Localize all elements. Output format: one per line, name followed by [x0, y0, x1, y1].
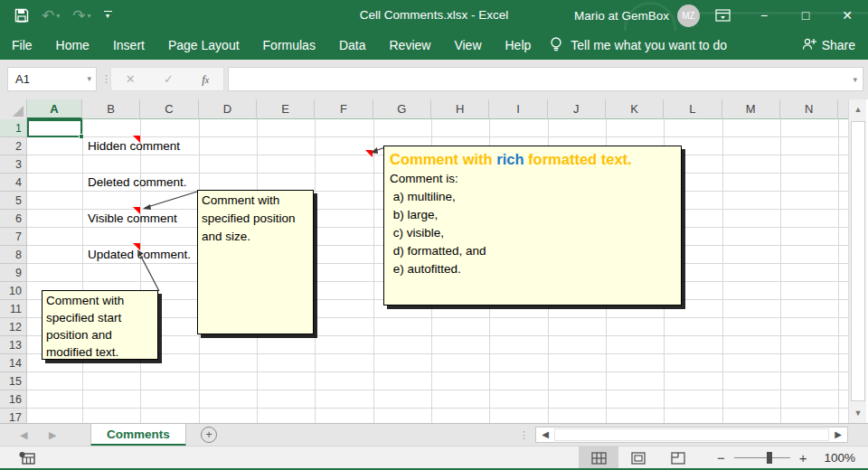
account-button[interactable]: Mario at GemBox MZ [574, 0, 700, 31]
column-header-G[interactable]: G [373, 99, 431, 119]
tab-help[interactable]: Help [494, 31, 543, 60]
row-header-6[interactable]: 6 [0, 210, 27, 228]
zoom-percentage[interactable]: 100% [824, 446, 855, 469]
row-header-4[interactable]: 4 [0, 174, 27, 192]
cancel-icon[interactable]: ✕ [126, 72, 136, 86]
tab-review[interactable]: Review [378, 31, 443, 60]
tell-me-box[interactable]: Tell me what you want to do [550, 31, 727, 60]
cell-B4[interactable]: Deleted comment. [88, 174, 187, 192]
gridline [838, 119, 839, 423]
hscroll-thumb[interactable] [554, 428, 829, 441]
share-button[interactable]: Share [802, 31, 855, 60]
fill-handle[interactable] [79, 134, 84, 139]
name-box[interactable]: A1 ▾ [7, 67, 97, 91]
rich-body-line: c) visible, [390, 224, 675, 242]
tab-view[interactable]: View [442, 31, 493, 60]
gridline [315, 119, 316, 423]
vertical-scrollbar[interactable]: ▲ ▼ [848, 99, 866, 423]
undo-button[interactable]: ↶▾ [42, 8, 60, 24]
column-header-N[interactable]: N [780, 99, 838, 119]
column-header-L[interactable]: L [664, 99, 722, 119]
hscroll-right-icon[interactable]: ▶ [831, 428, 845, 442]
tab-data[interactable]: Data [327, 31, 378, 60]
macro-record-icon[interactable] [16, 450, 38, 465]
column-header-J[interactable]: J [548, 99, 606, 119]
page-break-view-icon[interactable] [658, 446, 698, 469]
add-sheet-icon[interactable]: + [201, 427, 217, 443]
rich-title-segment: formatted text. [524, 151, 632, 167]
tab-resize-dots-icon[interactable]: ⋮ [519, 424, 529, 446]
horizontal-scrollbar[interactable]: ◀ ▶ [535, 427, 848, 443]
page-layout-view-icon[interactable] [618, 446, 658, 469]
row-header-11[interactable]: 11 [0, 300, 27, 318]
cell-B2[interactable]: Hidden comment [88, 137, 180, 155]
row-header-17[interactable]: 17 [0, 409, 27, 423]
tab-insert[interactable]: Insert [101, 31, 156, 60]
comment-start-position[interactable]: Comment with specified start position an… [42, 290, 158, 360]
row-header-5[interactable]: 5 [0, 192, 27, 210]
zoom-slider-thumb[interactable] [767, 452, 772, 464]
ribbon-display-options-icon[interactable] [702, 0, 743, 31]
row-header-14[interactable]: 14 [0, 354, 27, 372]
vscroll-up-icon[interactable]: ▲ [851, 101, 865, 118]
minimize-button[interactable]: − [743, 0, 785, 31]
column-header-H[interactable]: H [431, 99, 489, 119]
window-controls: − □ ✕ [702, 0, 868, 31]
column-header-K[interactable]: K [606, 99, 664, 119]
comment-positioned[interactable]: Comment with specified position and size… [197, 190, 314, 334]
select-all-button[interactable] [0, 99, 27, 119]
column-header-A[interactable]: A [27, 99, 82, 119]
gridline [82, 119, 83, 423]
row-header-16[interactable]: 16 [0, 390, 27, 409]
column-header-B[interactable]: B [82, 99, 140, 119]
insert-function-icon[interactable]: fx [202, 72, 209, 87]
sheet-tab-comments[interactable]: Comments [90, 424, 186, 446]
row-header-3[interactable]: 3 [0, 155, 27, 174]
cell-B6[interactable]: Visible comment [88, 210, 177, 228]
column-header-F[interactable]: F [315, 99, 373, 119]
redo-button[interactable]: ↷▾ [72, 8, 90, 24]
row-header-15[interactable]: 15 [0, 372, 27, 390]
enter-icon[interactable]: ✓ [164, 72, 174, 86]
tab-file[interactable]: File [0, 31, 44, 60]
formula-expand-icon[interactable]: ▾ [853, 75, 857, 84]
close-button[interactable]: ✕ [826, 0, 868, 31]
column-header-E[interactable]: E [257, 99, 315, 119]
row-header-8[interactable]: 8 [0, 246, 27, 264]
next-sheet-icon[interactable]: ▶ [49, 424, 56, 446]
zoom-slider[interactable] [734, 446, 790, 469]
zoom-in-icon[interactable]: + [799, 450, 807, 465]
title-bar: ↶▾ ↷▾ ▾ Cell Comments.xlsx - Excel Mario… [0, 0, 868, 31]
name-box-dropdown-icon[interactable]: ▾ [87, 68, 91, 90]
normal-view-icon[interactable] [579, 446, 618, 469]
avatar[interactable]: MZ [677, 5, 700, 27]
column-header-M[interactable]: M [722, 99, 780, 119]
tab-page-layout[interactable]: Page Layout [156, 31, 251, 60]
vscroll-down-icon[interactable]: ▼ [851, 405, 865, 421]
row-header-12[interactable]: 12 [0, 318, 27, 336]
row-header-1[interactable]: 1 [0, 119, 27, 137]
column-headers: ABCDEFGHIJKLMN [0, 99, 848, 119]
cell-B8[interactable]: Updated comment. [88, 246, 191, 264]
save-icon[interactable] [14, 8, 29, 23]
comment-rich[interactable]: Comment with rich formatted text. Commen… [383, 146, 682, 306]
row-header-13[interactable]: 13 [0, 336, 27, 354]
row-header-9[interactable]: 9 [0, 264, 27, 282]
row-header-10[interactable]: 10 [0, 282, 27, 300]
column-header-C[interactable]: C [140, 99, 198, 119]
zoom-out-icon[interactable]: − [717, 450, 725, 465]
maximize-button[interactable]: □ [785, 0, 826, 31]
row-header-7[interactable]: 7 [0, 228, 27, 246]
prev-sheet-icon[interactable]: ◀ [20, 424, 27, 446]
vscroll-thumb[interactable] [851, 121, 865, 401]
tab-formulas[interactable]: Formulas [251, 31, 327, 60]
hscroll-left-icon[interactable]: ◀ [538, 428, 552, 442]
formula-input[interactable]: ▾ [228, 67, 863, 91]
formula-strip: A1 ▾ ⋮ ✕ ✓ fx ▾ [0, 60, 868, 99]
row-header-2[interactable]: 2 [0, 137, 27, 155]
tab-home[interactable]: Home [44, 31, 101, 60]
column-header-D[interactable]: D [199, 99, 257, 119]
column-header-I[interactable]: I [489, 99, 547, 119]
share-person-icon [802, 37, 816, 53]
customize-qat-button[interactable]: ▾ [104, 11, 112, 20]
